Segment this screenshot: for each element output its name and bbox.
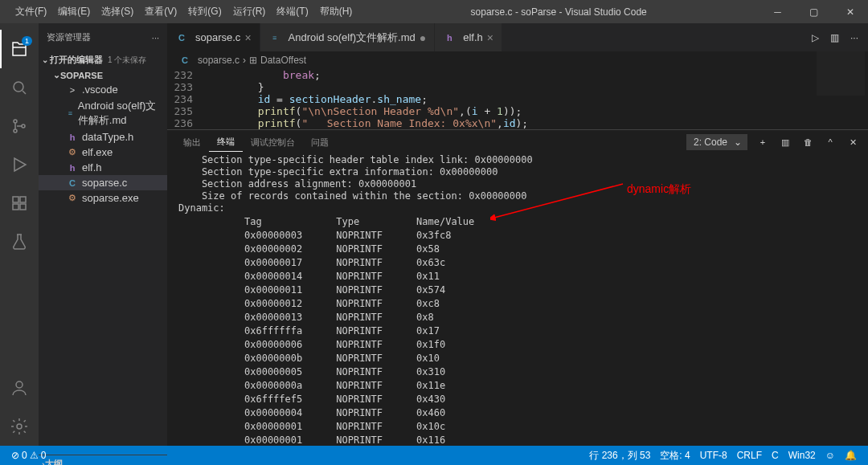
panel-tabs: 输出终端调试控制台问题 2: Code + ▥ 🗑 ^ ✕ <box>167 130 868 154</box>
tree-item[interactable]: ≡Android so(elf)文件解析.md <box>39 97 167 129</box>
svg-point-9 <box>17 424 22 429</box>
menu-item[interactable]: 帮助(H) <box>314 2 358 22</box>
status-bell[interactable]: 🔔 <box>840 450 862 461</box>
sidebar-title: 资源管理器 <box>47 31 91 43</box>
run-icon[interactable]: ▷ <box>812 32 819 43</box>
sidebar: 资源管理器··· ⌄打开的编辑器1 个未保存 ⌄ SOPARSE >.vscod… <box>39 23 167 446</box>
split-terminal-icon[interactable]: ▥ <box>778 137 792 148</box>
more-actions-icon[interactable]: ··· <box>850 32 858 43</box>
status-lang[interactable]: C <box>767 450 784 461</box>
panel-tab[interactable]: 输出 <box>175 133 209 152</box>
status-feedback[interactable]: ☺ <box>821 450 840 461</box>
breadcrumb[interactable]: Csoparse.c›⊞DataOffest <box>167 51 868 69</box>
tree-item[interactable]: ⚙elf.exe <box>39 145 167 160</box>
menu-item[interactable]: 编辑(E) <box>52 2 96 22</box>
open-editors-section[interactable]: ⌄打开的编辑器1 个未保存 <box>39 51 167 68</box>
accounts-icon[interactable] <box>0 369 39 407</box>
status-eol[interactable]: CRLF <box>732 450 767 461</box>
source-control-icon[interactable] <box>0 107 39 145</box>
minimize-button[interactable]: ─ <box>760 0 796 23</box>
svg-rect-4 <box>13 197 18 202</box>
svg-point-0 <box>14 82 23 92</box>
terminal-selector[interactable]: 2: Code <box>686 134 747 150</box>
section-collapsed[interactable]: › 大纲 <box>39 455 167 465</box>
tree-item[interactable]: hdataType.h <box>39 129 167 145</box>
terminal-output[interactable]: Section type-specific header table index… <box>167 154 868 446</box>
new-terminal-icon[interactable]: + <box>755 137 770 147</box>
status-encoding[interactable]: UTF-8 <box>695 450 732 461</box>
activity-bar: 1 <box>0 23 39 446</box>
svg-rect-7 <box>20 204 26 210</box>
menu-item[interactable]: 文件(F) <box>10 2 52 22</box>
panel-tab[interactable]: 终端 <box>209 133 243 152</box>
panel-tab[interactable]: 问题 <box>303 133 337 152</box>
menu-item[interactable]: 查看(V) <box>139 2 182 22</box>
maximize-panel-icon[interactable]: ^ <box>823 137 837 147</box>
menu-item[interactable]: 转到(G) <box>182 2 227 22</box>
tree-item[interactable]: ⚙soparse.exe <box>39 190 167 206</box>
test-icon[interactable] <box>0 222 39 261</box>
editor-tab[interactable]: ≡Android so(elf)文件解析.md● <box>260 23 436 51</box>
run-debug-icon[interactable] <box>0 145 39 184</box>
status-cursor[interactable]: 行 236，列 53 <box>584 449 655 463</box>
close-panel-icon[interactable]: ✕ <box>845 137 860 148</box>
menu-item[interactable]: 终端(T) <box>271 2 313 22</box>
panel-tab[interactable]: 调试控制台 <box>243 133 303 152</box>
search-icon[interactable] <box>0 68 39 107</box>
folder-root[interactable]: ⌄ SOPARSE <box>39 68 167 82</box>
minimap[interactable] <box>817 51 865 96</box>
status-errors[interactable]: ⊘ 0 ⚠ 0 <box>6 450 51 461</box>
settings-icon[interactable] <box>0 407 39 446</box>
menu-item[interactable]: 运行(R) <box>227 2 272 22</box>
svg-point-3 <box>22 124 25 128</box>
status-indent[interactable]: 空格: 4 <box>655 449 694 463</box>
status-os[interactable]: Win32 <box>784 450 821 461</box>
split-editor-icon[interactable]: ▥ <box>830 32 839 43</box>
svg-point-8 <box>16 381 23 388</box>
tree-item[interactable]: Csoparse.c <box>39 175 167 190</box>
editor-tab[interactable]: Csoparse.c× <box>167 23 260 51</box>
extensions-icon[interactable] <box>0 184 39 222</box>
tree-item[interactable]: helf.h <box>39 160 167 175</box>
trash-icon[interactable]: 🗑 <box>800 137 815 147</box>
svg-rect-5 <box>20 197 26 202</box>
window-title: soparse.c - soParse - Visual Studio Code <box>358 6 760 18</box>
svg-rect-6 <box>13 204 18 210</box>
close-button[interactable]: ✕ <box>832 0 868 23</box>
maximize-button[interactable]: ▢ <box>796 0 832 23</box>
explorer-icon[interactable]: 1 <box>0 30 39 68</box>
editor-tab[interactable]: helf.h× <box>435 23 502 51</box>
svg-point-1 <box>14 120 17 123</box>
svg-point-2 <box>14 129 17 133</box>
menu-item[interactable]: 选择(S) <box>96 2 139 22</box>
tab-bar: Csoparse.c×≡Android so(elf)文件解析.md●helf.… <box>167 23 868 51</box>
tree-item[interactable]: >.vscode <box>39 82 167 97</box>
menu-bar: 文件(F)编辑(E)选择(S)查看(V)转到(G)运行(R)终端(T)帮助(H) <box>0 2 358 22</box>
more-icon[interactable]: ··· <box>152 33 159 43</box>
editor-body[interactable]: 232 break;233 }234 id = sectionHeader.sh… <box>167 69 868 129</box>
